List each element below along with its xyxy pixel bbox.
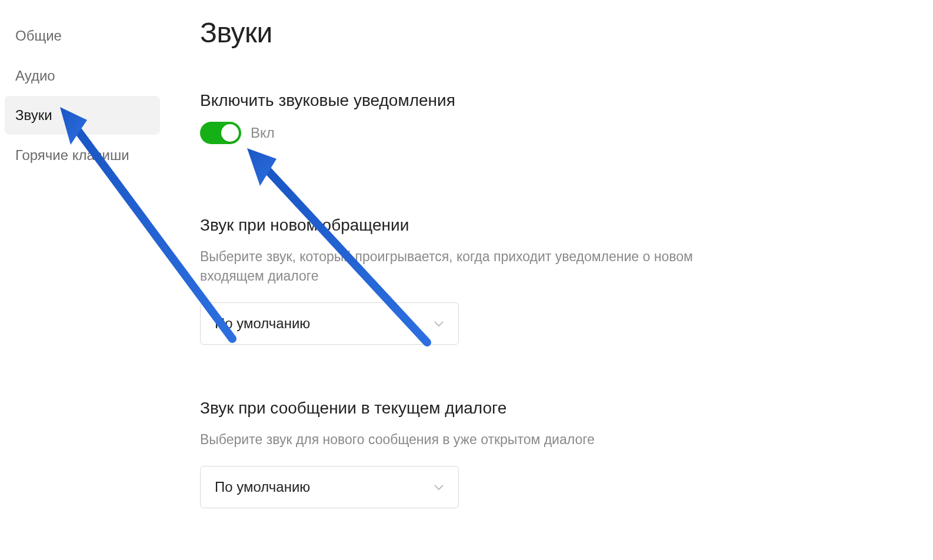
sidebar-item-label: Звуки (15, 107, 52, 123)
page-title: Звуки (200, 16, 898, 49)
new-request-sound-section: Звук при новом обращении Выберите звук, … (200, 215, 898, 345)
select-value: По умолчанию (215, 479, 310, 495)
current-dialog-sound-title: Звук при сообщении в текущем диалоге (200, 398, 898, 419)
enable-sound-section: Включить звуковые уведомления Вкл (200, 90, 898, 144)
settings-main: Звуки Включить звуковые уведомления Вкл … (165, 0, 933, 560)
enable-sound-toggle-label: Вкл (251, 125, 275, 141)
current-dialog-sound-description: Выберите звук для нового сообщения в уже… (200, 430, 741, 449)
enable-sound-toggle-row: Вкл (200, 122, 898, 144)
select-value: По умолчанию (215, 315, 310, 332)
sidebar-item-label: Горячие клавиши (15, 147, 129, 163)
sidebar-item-sounds[interactable]: Звуки (5, 96, 160, 135)
sidebar-item-label: Аудио (15, 68, 55, 84)
new-request-sound-select[interactable]: По умолчанию (200, 302, 459, 345)
sidebar-item-label: Общие (15, 28, 62, 44)
sidebar-item-audio[interactable]: Аудио (5, 56, 160, 95)
current-dialog-sound-section: Звук при сообщении в текущем диалоге Выб… (200, 398, 898, 508)
toggle-knob (221, 124, 239, 142)
chevron-down-icon (434, 484, 444, 491)
settings-sidebar: Общие Аудио Звуки Горячие клавиши (0, 0, 165, 560)
sidebar-item-general[interactable]: Общие (5, 16, 160, 55)
sidebar-item-hotkeys[interactable]: Горячие клавиши (5, 136, 160, 175)
new-request-sound-description: Выберите звук, который проигрывается, ко… (200, 247, 741, 286)
current-dialog-sound-select[interactable]: По умолчанию (200, 466, 459, 508)
new-request-sound-title: Звук при новом обращении (200, 215, 898, 236)
enable-sound-title: Включить звуковые уведомления (200, 90, 898, 111)
enable-sound-toggle[interactable] (200, 122, 241, 144)
chevron-down-icon (434, 320, 444, 327)
